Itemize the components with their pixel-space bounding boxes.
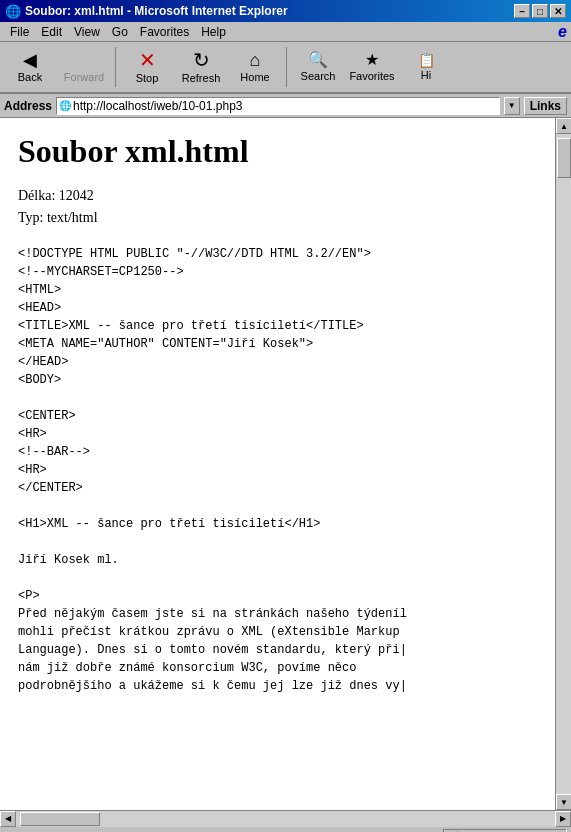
history-icon: 📋 (418, 53, 435, 67)
history-label: Hi (421, 69, 431, 81)
code-line: <HEAD> (18, 299, 537, 317)
content-area: Soubor xml.html Délka: 12042 Typ: text/h… (0, 118, 555, 810)
scroll-down-button[interactable]: ▼ (556, 794, 571, 810)
refresh-button[interactable]: ↻ Refresh (175, 45, 227, 89)
status-bar: 🏠 Local intranet zone (0, 826, 571, 832)
home-label: Home (240, 71, 269, 83)
menu-help[interactable]: Help (195, 24, 232, 40)
code-line: podrobnějšího a ukážeme si k čemu jej lz… (18, 677, 537, 695)
window-title: Soubor: xml.html - Microsoft Internet Ex… (25, 4, 288, 18)
scroll-right-button[interactable]: ▶ (555, 811, 571, 827)
meta-type-value: text/html (47, 210, 98, 225)
forward-label: Forward (64, 71, 104, 83)
forward-icon: ▶ (77, 51, 91, 69)
page-meta: Délka: 12042 Typ: text/html (18, 185, 537, 230)
maximize-button[interactable]: □ (532, 4, 548, 18)
history-button[interactable]: 📋 Hi (400, 45, 452, 89)
code-line (18, 497, 537, 515)
favorites-label: Favorites (349, 70, 394, 82)
search-label: Search (301, 70, 336, 82)
menu-file[interactable]: File (4, 24, 35, 40)
code-line: <!--MYCHARSET=CP1250--> (18, 263, 537, 281)
code-line: </CENTER> (18, 479, 537, 497)
scroll-track-h (16, 811, 555, 827)
code-line: <HR> (18, 425, 537, 443)
code-line: <P> (18, 587, 537, 605)
meta-length-value: 12042 (59, 188, 94, 203)
home-button[interactable]: ⌂ Home (229, 45, 281, 89)
menu-favorites[interactable]: Favorites (134, 24, 195, 40)
code-line: Před nějakým časem jste si na stránkách … (18, 605, 537, 623)
code-line: <BODY> (18, 371, 537, 389)
ie-icon: 🌐 (5, 4, 21, 19)
menu-view[interactable]: View (68, 24, 106, 40)
stop-button[interactable]: ✕ Stop (121, 45, 173, 89)
code-line: Language). Dnes si o tomto novém standar… (18, 641, 537, 659)
scroll-up-button[interactable]: ▲ (556, 118, 571, 134)
forward-button[interactable]: ▶ Forward (58, 45, 110, 89)
scroll-thumb-h[interactable] (20, 812, 100, 826)
title-bar-controls: – □ ✕ (514, 4, 566, 18)
code-line: mohli přečíst krátkou zprávu o XML (eXte… (18, 623, 537, 641)
ie-logo: e (558, 23, 567, 41)
code-line (18, 389, 537, 407)
meta-length-label: Délka: (18, 188, 55, 203)
meta-type: Typ: text/html (18, 207, 537, 229)
page-title: Soubor xml.html (18, 133, 537, 170)
title-bar-left: 🌐 Soubor: xml.html - Microsoft Internet … (5, 4, 288, 19)
close-button[interactable]: ✕ (550, 4, 566, 18)
code-line: nám již dobře známé konsorcium W3C, poví… (18, 659, 537, 677)
toolbar-separator-1 (115, 47, 116, 87)
code-line: <TITLE>XML -- šance pro třetí tisíciletí… (18, 317, 537, 335)
search-icon: 🔍 (308, 52, 328, 68)
toolbar-separator-2 (286, 47, 287, 87)
meta-length: Délka: 12042 (18, 185, 537, 207)
scroll-thumb-v[interactable] (557, 138, 571, 178)
menu-go[interactable]: Go (106, 24, 134, 40)
back-button[interactable]: ◀ Back (4, 45, 56, 89)
vertical-scrollbar: ▲ ▼ (555, 118, 571, 810)
code-line: <!DOCTYPE HTML PUBLIC "-//W3C//DTD HTML … (18, 245, 537, 263)
refresh-label: Refresh (182, 72, 221, 84)
menu-bar: File Edit View Go Favorites Help e (0, 22, 571, 42)
meta-type-label: Typ: (18, 210, 43, 225)
address-bar: Address 🌐 ▼ Links (0, 94, 571, 118)
scroll-left-button[interactable]: ◀ (0, 811, 16, 827)
back-label: Back (18, 71, 42, 83)
code-line: <CENTER> (18, 407, 537, 425)
links-button[interactable]: Links (524, 97, 567, 115)
page-icon: 🌐 (59, 100, 71, 111)
code-line: <H1>XML -- šance pro třetí tisíciletí</H… (18, 515, 537, 533)
stop-icon: ✕ (139, 50, 156, 70)
code-line: <!--BAR--> (18, 443, 537, 461)
home-icon: ⌂ (250, 51, 261, 69)
horizontal-scrollbar: ◀ ▶ (0, 810, 571, 826)
stop-label: Stop (136, 72, 159, 84)
toolbar: ◀ Back ▶ Forward ✕ Stop ↻ Refresh ⌂ Home… (0, 42, 571, 94)
code-line: </HEAD> (18, 353, 537, 371)
back-icon: ◀ (23, 51, 37, 69)
favorites-icon: ★ (365, 52, 379, 68)
content-wrapper: Soubor xml.html Délka: 12042 Typ: text/h… (0, 118, 571, 810)
address-input-wrap: 🌐 (56, 97, 500, 115)
search-button[interactable]: 🔍 Search (292, 45, 344, 89)
menu-edit[interactable]: Edit (35, 24, 68, 40)
address-dropdown[interactable]: ▼ (504, 97, 520, 115)
address-label: Address (4, 99, 52, 113)
code-line (18, 569, 537, 587)
code-line: <HR> (18, 461, 537, 479)
code-line (18, 533, 537, 551)
favorites-button[interactable]: ★ Favorites (346, 45, 398, 89)
code-line: Jiří Kosek ml. (18, 551, 537, 569)
title-bar: 🌐 Soubor: xml.html - Microsoft Internet … (0, 0, 571, 22)
address-input[interactable] (73, 99, 497, 113)
code-line: <HTML> (18, 281, 537, 299)
scroll-track-v (556, 134, 571, 794)
code-block: <!DOCTYPE HTML PUBLIC "-//W3C//DTD HTML … (18, 245, 537, 695)
minimize-button[interactable]: – (514, 4, 530, 18)
refresh-icon: ↻ (193, 50, 210, 70)
code-line: <META NAME="AUTHOR" CONTENT="Jiří Kosek"… (18, 335, 537, 353)
